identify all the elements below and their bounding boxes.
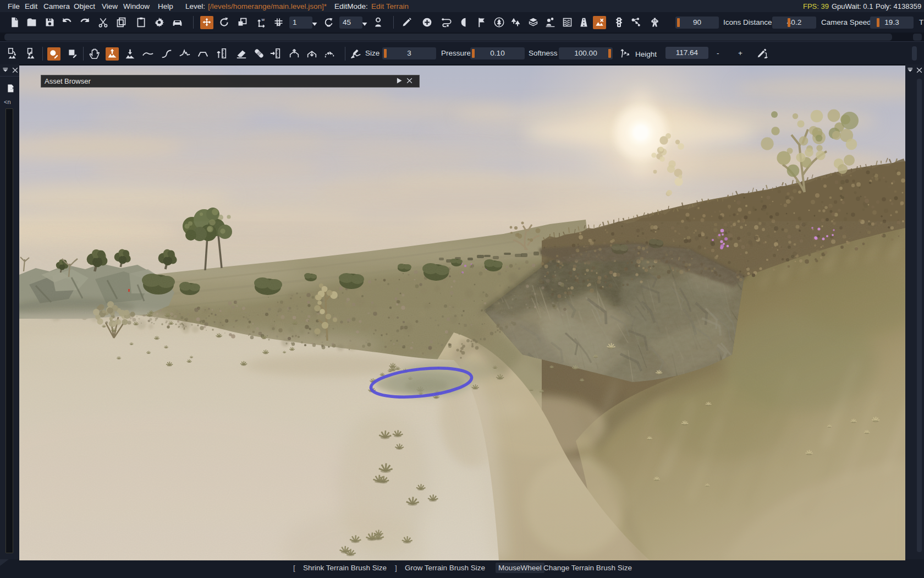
svg-text:w: w bbox=[261, 17, 265, 22]
